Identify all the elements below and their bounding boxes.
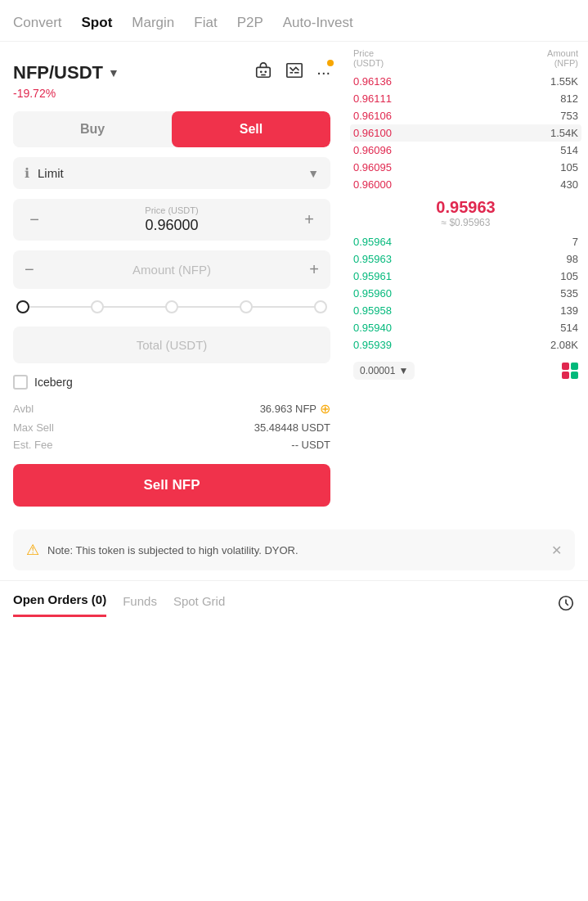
tab-open-orders[interactable]: Open Orders (0) bbox=[13, 592, 106, 617]
buy-amount-3: 535 bbox=[560, 287, 578, 300]
svg-point-1 bbox=[260, 70, 263, 73]
buy-order-1[interactable]: 0.95963 98 bbox=[350, 250, 581, 268]
tick-size-value: 0.00001 bbox=[360, 365, 395, 376]
amount-decrease-button[interactable]: − bbox=[25, 260, 34, 279]
buy-order-5[interactable]: 0.95940 514 bbox=[350, 319, 581, 336]
sell-price-0: 0.96136 bbox=[353, 75, 392, 88]
nav-fiat[interactable]: Fiat bbox=[194, 15, 217, 31]
sell-amount-1: 812 bbox=[560, 92, 578, 105]
trading-bot-icon[interactable] bbox=[254, 61, 272, 83]
slider-dot-0[interactable] bbox=[16, 300, 29, 313]
max-sell-value: 35.48448 USDT bbox=[254, 421, 330, 434]
sell-price-1: 0.96111 bbox=[353, 92, 392, 105]
price-input-inner: Price (USDT) 0.96000 bbox=[44, 205, 299, 234]
sell-order-3[interactable]: 0.96100 1.54K bbox=[350, 124, 581, 142]
buy-price-2: 0.95961 bbox=[353, 270, 392, 282]
buy-order-3[interactable]: 0.95960 535 bbox=[350, 285, 581, 302]
avbl-label: Avbl bbox=[13, 403, 34, 415]
buy-order-2[interactable]: 0.95961 105 bbox=[350, 268, 581, 285]
info-icon: ℹ bbox=[25, 165, 29, 181]
nav-convert[interactable]: Convert bbox=[13, 15, 62, 31]
slider-dot-75[interactable] bbox=[240, 300, 253, 313]
price-label: Price (USDT) bbox=[44, 205, 299, 215]
sell-order-1[interactable]: 0.96111 812 bbox=[350, 90, 581, 107]
buy-price-0: 0.95964 bbox=[353, 236, 392, 248]
nav-margin[interactable]: Margin bbox=[132, 15, 174, 31]
price-increase-button[interactable]: + bbox=[299, 210, 319, 229]
buy-order-6[interactable]: 0.95939 2.08K bbox=[350, 336, 581, 354]
est-fee-row: Est. Fee -- USDT bbox=[13, 439, 330, 451]
orderbook-panel: Price (USDT) Amount (NFP) 0.96136 1.55K … bbox=[343, 42, 588, 520]
pair-change: -19.72% bbox=[13, 87, 330, 100]
sell-order-2[interactable]: 0.96106 753 bbox=[350, 107, 581, 124]
sell-order-6[interactable]: 0.96000 430 bbox=[350, 176, 581, 193]
avbl-row: Avbl 36.963 NFP ⊕ bbox=[13, 401, 330, 417]
pair-name-text: NFP/USDT bbox=[13, 62, 103, 83]
buy-order-0[interactable]: 0.95964 7 bbox=[350, 233, 581, 250]
note-close-button[interactable]: ✕ bbox=[551, 543, 562, 558]
sell-order-0[interactable]: 0.96136 1.55K bbox=[350, 73, 581, 90]
main-content: NFP/USDT ▼ bbox=[0, 42, 588, 520]
slider-dot-100[interactable] bbox=[314, 300, 327, 313]
nav-spot[interactable]: Spot bbox=[82, 15, 113, 31]
sell-order-4[interactable]: 0.96096 514 bbox=[350, 142, 581, 159]
slider-dot-50[interactable] bbox=[165, 300, 178, 313]
note-text: Note: This token is subjected to high vo… bbox=[47, 544, 298, 556]
price-value[interactable]: 0.96000 bbox=[145, 217, 198, 233]
order-info: Avbl 36.963 NFP ⊕ Max Sell 35.48448 USDT… bbox=[13, 401, 330, 451]
sell-amount-0: 1.55K bbox=[550, 75, 578, 88]
max-sell-label: Max Sell bbox=[13, 421, 54, 434]
order-type-label: Limit bbox=[38, 166, 299, 180]
buy-order-4[interactable]: 0.95958 139 bbox=[350, 302, 581, 319]
more-options-icon[interactable]: ··· bbox=[316, 63, 330, 82]
sell-price-6: 0.96000 bbox=[353, 178, 392, 191]
buy-price-3: 0.95960 bbox=[353, 287, 392, 300]
amount-increase-button[interactable]: + bbox=[309, 260, 319, 279]
note-banner: ⚠ Note: This token is subjected to high … bbox=[13, 529, 575, 570]
amount-slider[interactable] bbox=[13, 300, 330, 313]
svg-point-2 bbox=[265, 70, 267, 73]
buy-price-4: 0.95958 bbox=[353, 304, 392, 317]
avbl-value: 36.963 NFP ⊕ bbox=[260, 401, 330, 417]
price-decrease-button[interactable]: − bbox=[25, 210, 44, 229]
grid-cell-2 bbox=[571, 363, 578, 370]
orderbook-controls: 0.00001 ▼ bbox=[350, 357, 581, 385]
amount-header-text: Amount bbox=[547, 48, 578, 58]
pair-name[interactable]: NFP/USDT ▼ bbox=[13, 62, 119, 83]
sell-amount-4: 514 bbox=[560, 144, 578, 156]
tab-spot-grid[interactable]: Spot Grid bbox=[173, 594, 225, 616]
sell-amount-3: 1.54K bbox=[550, 127, 578, 139]
mid-usd-value: ≈ $0.95963 bbox=[350, 217, 581, 228]
buy-price-5: 0.95940 bbox=[353, 322, 392, 334]
nav-p2p[interactable]: P2P bbox=[237, 15, 263, 31]
iceberg-checkbox[interactable] bbox=[13, 375, 28, 390]
buy-amount-6: 2.08K bbox=[550, 339, 578, 351]
buy-price-6: 0.95939 bbox=[353, 339, 392, 351]
slider-dot-25[interactable] bbox=[91, 300, 104, 313]
amount-placeholder[interactable]: Amount (NFP) bbox=[34, 263, 310, 277]
history-icon[interactable] bbox=[557, 594, 575, 616]
sell-price-3: 0.96100 bbox=[353, 127, 392, 139]
orderbook-view-toggle[interactable] bbox=[562, 363, 578, 379]
sell-price-2: 0.96106 bbox=[353, 110, 392, 122]
sell-amount-2: 753 bbox=[560, 110, 578, 122]
buy-button[interactable]: Buy bbox=[13, 111, 172, 147]
iceberg-row: Iceberg bbox=[13, 375, 330, 390]
pair-dropdown-icon[interactable]: ▼ bbox=[108, 66, 119, 79]
order-type-selector[interactable]: ℹ Limit ▼ bbox=[13, 157, 330, 189]
sell-amount-5: 105 bbox=[560, 161, 578, 173]
add-funds-icon[interactable]: ⊕ bbox=[320, 401, 330, 417]
mid-price-value[interactable]: 0.95963 bbox=[350, 198, 581, 217]
sell-order-5[interactable]: 0.96095 105 bbox=[350, 159, 581, 176]
chart-icon[interactable] bbox=[285, 61, 303, 83]
nav-auto-invest[interactable]: Auto-Invest bbox=[283, 15, 353, 31]
grid-cell-3 bbox=[562, 372, 569, 379]
tick-size-selector[interactable]: 0.00001 ▼ bbox=[353, 362, 415, 380]
amount-column-header: Amount (NFP) bbox=[547, 48, 578, 68]
tab-funds[interactable]: Funds bbox=[123, 594, 157, 616]
sell-button-toggle[interactable]: Sell bbox=[172, 111, 330, 147]
buy-price-1: 0.95963 bbox=[353, 253, 392, 265]
grid-cell-1 bbox=[562, 363, 569, 370]
sell-nfp-button[interactable]: Sell NFP bbox=[13, 464, 330, 507]
sell-amount-6: 430 bbox=[560, 178, 578, 191]
